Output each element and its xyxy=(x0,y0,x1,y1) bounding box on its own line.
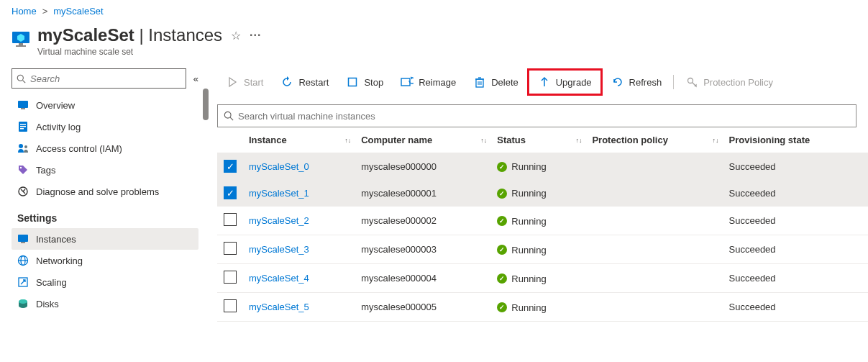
instance-link[interactable]: myScaleSet_1 xyxy=(249,188,309,199)
svg-rect-2 xyxy=(16,45,26,47)
status-cell: ✓Running xyxy=(491,153,586,180)
stop-icon xyxy=(346,76,359,89)
play-icon xyxy=(226,76,239,89)
stop-button[interactable]: Stop xyxy=(337,71,392,94)
row-checkbox[interactable]: ✓ xyxy=(224,160,237,173)
collapse-sidebar-icon[interactable]: « xyxy=(193,73,198,84)
favorite-star-icon[interactable]: ☆ xyxy=(231,29,241,42)
col-protection[interactable]: Protection policy↑↓ xyxy=(586,127,723,153)
svg-point-3 xyxy=(17,75,23,81)
row-checkbox[interactable] xyxy=(224,242,237,255)
col-checkbox xyxy=(217,127,243,153)
status-cell: ✓Running xyxy=(491,180,586,207)
reimage-button[interactable]: Reimage xyxy=(392,71,465,94)
svg-rect-10 xyxy=(20,128,24,130)
computer-name-cell: myscalese000000 xyxy=(355,153,491,180)
table-row[interactable]: myScaleSet_5myscalese000005✓RunningSucce… xyxy=(217,293,868,322)
upgrade-button[interactable]: Upgrade xyxy=(529,71,600,94)
resource-type-label: Virtual machine scale set xyxy=(37,47,261,57)
overview-icon xyxy=(17,99,29,111)
chevron-right-icon: > xyxy=(42,6,48,17)
provisioning-cell: Succeeded xyxy=(723,207,868,235)
row-checkbox[interactable] xyxy=(224,299,237,312)
main-content: Start Restart Stop Reimage Delete xyxy=(206,63,868,322)
svg-point-22 xyxy=(19,299,27,304)
svg-rect-9 xyxy=(20,126,26,127)
sidebar-item-overview[interactable]: Overview xyxy=(12,94,198,116)
protection-policy-icon xyxy=(685,76,698,89)
table-row[interactable]: ✓myScaleSet_1myscalese000001✓RunningSucc… xyxy=(217,180,868,207)
scrollbar-thumb[interactable] xyxy=(203,89,209,120)
sidebar-item-scaling[interactable]: Scaling xyxy=(12,271,198,293)
sidebar-item-disks[interactable]: Disks xyxy=(12,293,198,315)
instance-link[interactable]: myScaleSet_5 xyxy=(249,302,309,312)
breadcrumb-home[interactable]: Home xyxy=(12,6,37,17)
sidebar-item-networking[interactable]: Networking xyxy=(12,250,198,271)
row-checkbox[interactable] xyxy=(224,213,237,226)
table-row[interactable]: ✓myScaleSet_0myscalese000000✓RunningSucc… xyxy=(217,153,868,180)
sidebar-section-settings: Settings xyxy=(12,202,198,228)
sidebar-scrollbar[interactable] xyxy=(202,89,209,322)
table-row[interactable]: myScaleSet_4myscalese000004✓RunningSucce… xyxy=(217,264,868,293)
more-menu-icon[interactable]: ··· xyxy=(250,29,261,42)
col-provisioning[interactable]: Provisioning state xyxy=(723,127,868,153)
instance-link[interactable]: myScaleSet_3 xyxy=(249,244,309,255)
sidebar-item-access-control[interactable]: Access control (IAM) xyxy=(12,137,198,159)
sidebar-item-label: Instances xyxy=(36,234,76,245)
instance-link[interactable]: myScaleSet_4 xyxy=(249,273,309,284)
svg-line-4 xyxy=(23,80,26,83)
sort-icon[interactable]: ↑↓ xyxy=(480,137,487,144)
row-checkbox[interactable]: ✓ xyxy=(224,186,237,199)
sidebar-item-label: Disks xyxy=(36,299,59,309)
success-icon: ✓ xyxy=(497,216,507,226)
diagnose-icon xyxy=(17,186,29,197)
grid-search[interactable] xyxy=(217,104,856,127)
start-button[interactable]: Start xyxy=(217,71,272,94)
instance-link[interactable]: myScaleSet_0 xyxy=(249,161,309,172)
table-row[interactable]: myScaleSet_2myscalese000002✓RunningSucce… xyxy=(217,207,868,235)
refresh-icon xyxy=(611,76,624,89)
restart-icon xyxy=(280,76,293,89)
disks-icon xyxy=(17,298,29,309)
svg-rect-16 xyxy=(21,242,25,243)
breadcrumb-resource[interactable]: myScaleSet xyxy=(53,6,103,17)
sort-icon[interactable]: ↑↓ xyxy=(713,137,719,144)
upgrade-highlight: Upgrade xyxy=(527,68,603,96)
sort-icon[interactable]: ↑↓ xyxy=(575,137,582,144)
sidebar-item-instances[interactable]: Instances xyxy=(12,228,198,250)
computer-name-cell: myscalese000002 xyxy=(355,207,491,235)
col-instance[interactable]: Instance↑↓ xyxy=(243,127,355,153)
sort-icon[interactable]: ↑↓ xyxy=(344,137,351,144)
refresh-button[interactable]: Refresh xyxy=(603,71,671,94)
protection-cell xyxy=(586,293,723,322)
sidebar-item-label: Access control (IAM) xyxy=(36,143,122,154)
vmss-resource-icon xyxy=(12,30,30,48)
svg-line-34 xyxy=(230,117,233,120)
computer-name-cell: myscalese000003 xyxy=(355,235,491,264)
success-icon: ✓ xyxy=(497,162,507,172)
col-status[interactable]: Status↑↓ xyxy=(491,127,586,153)
sidebar-search-input[interactable] xyxy=(30,73,181,84)
table-row[interactable]: myScaleSet_3myscalese000003✓RunningSucce… xyxy=(217,235,868,264)
row-checkbox[interactable] xyxy=(224,271,237,284)
toolbar-divider xyxy=(673,75,674,89)
search-icon xyxy=(17,74,26,83)
col-computer[interactable]: Computer name↑↓ xyxy=(355,127,491,153)
sidebar-item-label: Scaling xyxy=(36,277,67,288)
provisioning-cell: Succeeded xyxy=(723,153,868,180)
sidebar-item-label: Networking xyxy=(36,255,83,266)
computer-name-cell: myscalese000005 xyxy=(355,293,491,322)
restart-button[interactable]: Restart xyxy=(272,71,337,94)
grid-search-input[interactable] xyxy=(238,111,850,122)
svg-rect-15 xyxy=(18,235,28,242)
sidebar-search[interactable] xyxy=(12,68,186,89)
delete-button[interactable]: Delete xyxy=(465,71,527,94)
status-cell: ✓Running xyxy=(491,207,586,235)
success-icon: ✓ xyxy=(497,273,507,284)
sidebar: « Overview Activity log Access control (… xyxy=(0,63,206,322)
sidebar-item-diagnose[interactable]: Diagnose and solve problems xyxy=(12,181,198,202)
sidebar-item-tags[interactable]: Tags xyxy=(12,159,198,181)
instance-link[interactable]: myScaleSet_2 xyxy=(249,215,309,226)
sidebar-item-activity-log[interactable]: Activity log xyxy=(12,116,198,137)
protection-policy-button[interactable]: Protection Policy xyxy=(677,71,782,94)
